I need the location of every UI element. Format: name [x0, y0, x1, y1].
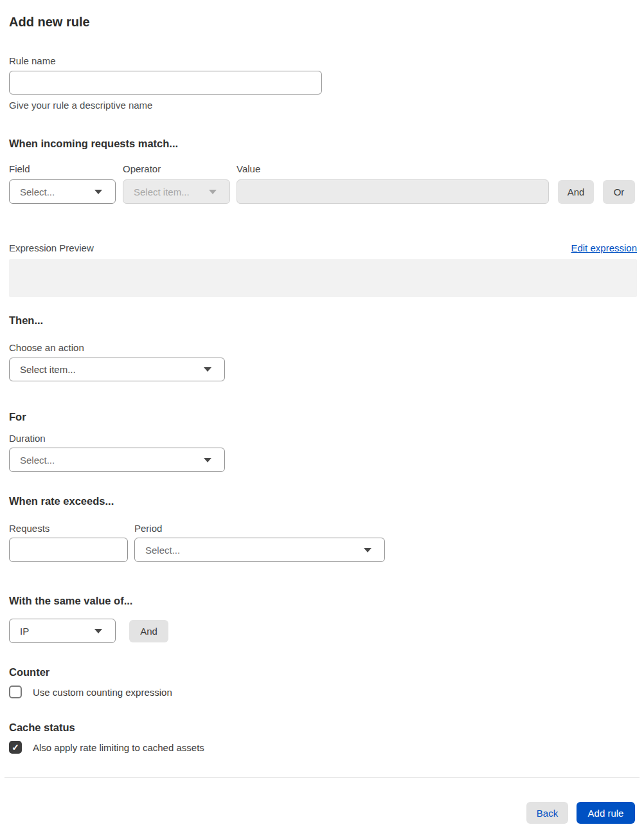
expression-header: Expression Preview Edit expression	[9, 241, 637, 255]
match-heading: When incoming requests match...	[9, 136, 637, 151]
counter-checkbox-row: ✓ Use custom counting expression	[9, 686, 637, 698]
duration-dropdown-placeholder: Select...	[20, 455, 199, 466]
cache-status-heading: Cache status	[9, 720, 637, 735]
expression-preview-label: Expression Preview	[9, 241, 94, 255]
for-heading: For	[9, 409, 637, 424]
characteristic-dropdown-value: IP	[20, 626, 89, 637]
period-column: Period Select...	[134, 522, 385, 562]
requests-input[interactable]	[9, 538, 128, 562]
rule-name-helper: Give your rule a descriptive name	[9, 98, 637, 113]
match-condition-row: Field Select... Operator Select item... …	[9, 162, 637, 204]
chevron-down-icon	[204, 367, 211, 372]
back-button[interactable]: Back	[526, 802, 568, 824]
edit-expression-link[interactable]: Edit expression	[571, 241, 637, 255]
period-label: Period	[134, 522, 385, 536]
cached-assets-label: Also apply rate limiting to cached asset…	[33, 742, 204, 753]
checkmark-icon: ✓	[12, 743, 19, 752]
field-dropdown-placeholder: Select...	[20, 186, 89, 197]
footer-divider	[4, 777, 640, 778]
requests-column: Requests	[9, 522, 128, 562]
field-label: Field	[9, 162, 116, 176]
operator-dropdown: Select item...	[123, 179, 230, 204]
field-dropdown[interactable]: Select...	[9, 179, 116, 204]
rule-name-group: Rule name Give your rule a descriptive n…	[9, 54, 637, 113]
add-rule-button[interactable]: Add rule	[577, 802, 635, 824]
and-button[interactable]: And	[558, 180, 594, 204]
rule-name-label: Rule name	[9, 54, 637, 68]
operator-dropdown-placeholder: Select item...	[134, 186, 204, 197]
duration-label: Duration	[9, 432, 637, 446]
custom-counting-checkbox[interactable]: ✓	[9, 686, 22, 698]
rate-row: Requests Period Select...	[9, 522, 637, 562]
add-rule-form: Add new rule Rule name Give your rule a …	[0, 13, 644, 824]
same-value-row: IP And	[9, 619, 637, 643]
value-label: Value	[237, 162, 549, 176]
footer-actions: Back Add rule	[9, 802, 637, 824]
same-value-heading: With the same value of...	[9, 593, 637, 608]
period-dropdown[interactable]: Select...	[134, 538, 385, 562]
choose-action-label: Choose an action	[9, 341, 637, 355]
chevron-down-icon	[94, 190, 102, 194]
action-dropdown-placeholder: Select item...	[20, 364, 199, 375]
value-column: Value	[237, 162, 549, 204]
value-input	[237, 179, 549, 204]
cache-checkbox-row: ✓ Also apply rate limiting to cached ass…	[9, 741, 637, 754]
chevron-down-icon	[204, 458, 211, 462]
characteristic-dropdown[interactable]: IP	[9, 619, 116, 643]
chevron-down-icon	[94, 629, 102, 633]
or-button[interactable]: Or	[603, 180, 635, 204]
counter-heading: Counter	[9, 664, 637, 680]
rule-name-input[interactable]	[9, 71, 322, 95]
action-dropdown[interactable]: Select item...	[9, 358, 225, 381]
chevron-down-icon	[209, 190, 217, 194]
then-heading: Then...	[9, 313, 637, 328]
custom-counting-label: Use custom counting expression	[33, 687, 172, 698]
duration-dropdown[interactable]: Select...	[9, 448, 225, 472]
cached-assets-checkbox[interactable]: ✓	[9, 741, 22, 754]
page-title: Add new rule	[9, 13, 637, 31]
chevron-down-icon	[364, 548, 371, 552]
requests-label: Requests	[9, 522, 128, 536]
operator-label: Operator	[123, 162, 230, 176]
same-value-and-button[interactable]: And	[129, 620, 168, 642]
operator-column: Operator Select item...	[123, 162, 230, 204]
field-column: Field Select...	[9, 162, 116, 204]
expression-preview-box	[9, 259, 637, 297]
rate-heading: When rate exceeds...	[9, 493, 637, 509]
period-dropdown-placeholder: Select...	[145, 545, 359, 556]
